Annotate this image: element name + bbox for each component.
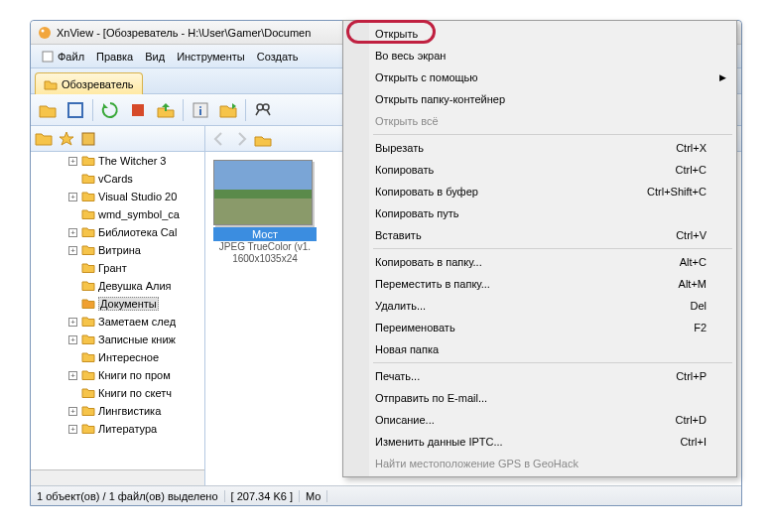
tree-item[interactable]: vCards — [68, 170, 204, 188]
tree-item-label: Витрина — [98, 244, 141, 256]
tree-item[interactable]: wmd_symbol_ca — [68, 205, 204, 223]
nav-up[interactable] — [253, 129, 273, 149]
menu-shortcut: Ctrl+P — [676, 370, 707, 382]
thumbnail-meta2: 1600x1035x24 — [213, 253, 317, 265]
tree-item[interactable]: +Литература — [68, 420, 204, 438]
tree-item[interactable]: Девушка Алия — [68, 277, 204, 295]
tree-item[interactable]: Книги по скетч — [68, 384, 204, 402]
tree-item[interactable]: Интересное — [68, 348, 204, 366]
tree-item[interactable]: +Записные книж — [68, 331, 204, 348]
menu-edit[interactable]: Правка — [90, 49, 139, 65]
tb-open[interactable] — [35, 97, 61, 123]
expand-icon[interactable]: + — [68, 425, 77, 434]
tree-item[interactable]: +The Witcher 3 — [68, 152, 204, 170]
menu-tools[interactable]: Инструменты — [171, 49, 251, 65]
menu-item-label: Новая папка — [375, 343, 439, 355]
tree-item[interactable]: +Заметаем след — [68, 313, 204, 331]
svg-rect-10 — [82, 133, 94, 145]
menu-shortcut: Ctrl+D — [676, 414, 707, 426]
tb-stop[interactable] — [125, 97, 151, 123]
folder-icon — [81, 423, 95, 435]
tab-browser[interactable]: Обозреватель — [35, 72, 143, 94]
tb-open2[interactable] — [215, 97, 241, 123]
menu-item-label: Копировать в буфер — [375, 186, 478, 198]
expand-icon[interactable]: + — [68, 407, 77, 416]
expand-icon[interactable]: + — [68, 318, 77, 327]
tb2-folder-icon[interactable] — [35, 131, 53, 147]
tree-item[interactable]: Документы — [68, 295, 204, 313]
menu-item[interactable]: Переместить в папку...Alt+M — [345, 273, 734, 295]
menu-view[interactable]: Вид — [139, 49, 171, 65]
menu-create[interactable]: Создать — [251, 49, 305, 65]
expand-icon[interactable]: + — [68, 228, 77, 237]
menu-item[interactable]: Открыть — [345, 23, 734, 45]
nav-fwd[interactable] — [231, 129, 251, 149]
menu-item[interactable]: ВырезатьCtrl+X — [345, 137, 734, 159]
tb-search[interactable] — [250, 97, 276, 123]
menu-item[interactable]: Копировать в папку...Alt+C — [345, 251, 734, 273]
tb2-cat-icon[interactable] — [80, 131, 96, 147]
tree-hscroll[interactable] — [31, 469, 204, 485]
menu-shortcut: F2 — [694, 322, 707, 333]
menu-item[interactable]: Копировать путь — [345, 202, 734, 224]
menu-item[interactable]: Открыть с помощью▶ — [345, 66, 734, 88]
folder-icon — [81, 405, 95, 417]
tb-refresh[interactable] — [97, 97, 123, 123]
menu-shortcut: Ctrl+C — [676, 164, 707, 176]
tree-item[interactable]: Грант — [68, 259, 204, 277]
menu-item[interactable]: Удалить...Del — [345, 295, 734, 317]
menu-item: Найти местоположение GPS в GeoHack — [345, 453, 734, 474]
menu-file[interactable]: Файл — [35, 48, 90, 66]
menu-item-label: Открыть всё — [375, 115, 439, 127]
folder-icon — [81, 387, 95, 399]
nav-back[interactable] — [209, 129, 229, 149]
menu-item-label: Копировать путь — [375, 207, 459, 219]
status-seg2: [ 207.34 K6 ] — [225, 490, 300, 502]
menu-item-label: Открыть с помощью — [375, 71, 478, 83]
svg-point-6 — [199, 106, 201, 108]
menu-item[interactable]: ПереименоватьF2 — [345, 317, 734, 338]
tb-info[interactable] — [188, 97, 213, 123]
tb-up[interactable] — [153, 97, 179, 123]
tree-item[interactable]: +Витрина — [68, 241, 204, 259]
tree-item-label: Грант — [98, 262, 127, 274]
svg-point-1 — [42, 29, 45, 32]
menu-item[interactable]: Во весь экран — [345, 45, 734, 66]
menu-item[interactable]: Копировать в буферCtrl+Shift+C — [345, 181, 734, 202]
tb-fullscreen[interactable] — [63, 97, 88, 123]
folder-icon — [81, 208, 95, 220]
thumbnail-item[interactable]: Мост JPEG TrueColor (v1. 1600x1035x24 — [213, 160, 317, 265]
tree-item-label: Библиотека Cal — [98, 226, 177, 238]
tree-item[interactable]: +Visual Studio 20 — [68, 188, 204, 205]
folder-tree[interactable]: +The Witcher 3vCards+Visual Studio 20wmd… — [31, 152, 205, 485]
menu-item-label: Отправить по E-mail... — [375, 392, 487, 404]
statusbar: 1 объект(ов) / 1 файл(ов) выделено [ 207… — [31, 485, 741, 505]
menu-separator — [373, 248, 732, 249]
tree-item[interactable]: +Библиотека Cal — [68, 223, 204, 241]
menu-item[interactable]: Описание...Ctrl+D — [345, 409, 734, 431]
menu-item-label: Открыть — [375, 28, 418, 40]
menu-item[interactable]: Печать...Ctrl+P — [345, 365, 734, 387]
tree-item-label: Заметаем след — [98, 316, 176, 328]
svg-rect-7 — [199, 109, 201, 115]
expand-icon[interactable]: + — [68, 157, 77, 166]
expand-icon[interactable]: + — [68, 193, 77, 201]
menu-item[interactable]: Новая папка — [345, 338, 734, 360]
tree-item-label: wmd_symbol_ca — [98, 208, 180, 220]
expand-icon[interactable]: + — [68, 246, 77, 255]
thumbnail-image — [213, 160, 313, 225]
tree-item[interactable]: +Лингвистика — [68, 402, 204, 420]
expand-icon[interactable]: + — [68, 371, 77, 380]
tree-item[interactable]: +Книги по пром — [68, 366, 204, 384]
menu-item[interactable]: Отправить по E-mail... — [345, 387, 734, 409]
expand-icon[interactable]: + — [68, 335, 77, 344]
menu-item[interactable]: Изменить данные IPTC...Ctrl+I — [345, 431, 734, 453]
menu-shortcut: Ctrl+X — [676, 142, 707, 154]
svg-rect-2 — [43, 52, 53, 62]
menu-item[interactable]: ВставитьCtrl+V — [345, 224, 734, 246]
tb2-fav-icon[interactable] — [59, 131, 74, 147]
folder-icon — [81, 244, 95, 256]
menu-item[interactable]: Открыть папку-контейнер — [345, 88, 734, 110]
menu-item: Открыть всё — [345, 110, 734, 132]
menu-item[interactable]: КопироватьCtrl+C — [345, 159, 734, 181]
